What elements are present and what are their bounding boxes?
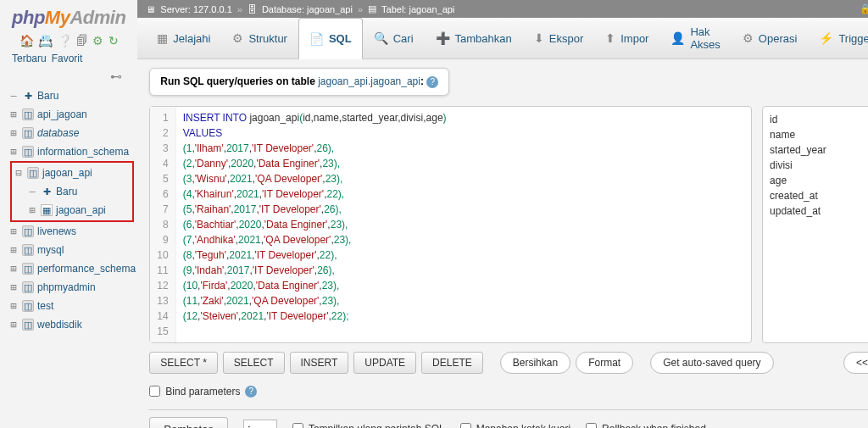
tab-struktur[interactable]: ⚙Struktur: [221, 18, 298, 58]
code-area[interactable]: INSERT INTO jagoan_api(id,name,started_y…: [176, 107, 453, 342]
tab-icon: 👤: [670, 31, 685, 45]
column-id[interactable]: id: [770, 112, 868, 127]
tree-db-performance_schema[interactable]: ⊞◫performance_schema: [7, 259, 137, 278]
select-star-button[interactable]: SELECT *: [149, 352, 217, 374]
collapse-icon[interactable]: ⊷: [0, 69, 137, 86]
tree-new-table[interactable]: —✚Baru: [12, 182, 132, 201]
tree-db-jagoan-api[interactable]: ⊟◫jagoan_api: [12, 164, 132, 182]
rollback-checkbox[interactable]: [586, 423, 597, 428]
tab-icon: ⚡: [819, 31, 833, 45]
tab-trigger[interactable]: ⚡Trigger: [808, 18, 868, 58]
bind-params-label: Bind parameters: [165, 386, 240, 397]
column-created_at[interactable]: created_at: [770, 188, 868, 203]
tab-icon: ⬆: [605, 31, 615, 45]
tab-ekspor[interactable]: ⬇Ekspor: [523, 18, 594, 58]
database-icon: ◫: [22, 225, 34, 237]
autosaved-button[interactable]: Get auto-saved query: [650, 352, 773, 374]
tree-table-jagoan-api[interactable]: ⊞▦jagoan_api: [12, 201, 132, 220]
logo-my: My: [45, 7, 70, 28]
column-name[interactable]: name: [770, 127, 868, 142]
table-icon: ▦: [41, 204, 53, 216]
tab-recent[interactable]: Terbaru: [12, 53, 47, 64]
insert-button[interactable]: INSERT: [290, 352, 349, 374]
tree-db-livenews[interactable]: ⊞◫livenews: [7, 222, 137, 241]
settings-icon[interactable]: ⚙: [92, 34, 103, 47]
tree-db-information_schema[interactable]: ⊞◫information_schema: [7, 142, 137, 161]
main: 🖥 Server: 127.0.0.1 » 🗄 Database: jagoan…: [137, 0, 868, 428]
tab-tambahkan[interactable]: ➕Tambahkan: [425, 18, 523, 58]
database-icon: ◫: [22, 146, 34, 158]
runbox-table-link[interactable]: jagoan_api.jagoan_api: [318, 75, 420, 87]
tree-db-test[interactable]: ⊞◫test: [7, 297, 137, 315]
tab-icon: ⚙: [232, 31, 243, 45]
new-icon: ✚: [41, 186, 53, 197]
button-row: SELECT * SELECT INSERT UPDATE DELETE Ber…: [149, 352, 868, 374]
tab-impor[interactable]: ⬆Impor: [594, 18, 659, 58]
reload-icon[interactable]: ↻: [108, 34, 119, 47]
database-icon: 🗄: [248, 4, 257, 14]
column-list[interactable]: idnamestarted_yeardivisiagecreated_atupd…: [762, 106, 868, 343]
format-button[interactable]: Format: [576, 352, 633, 374]
tab-hak akses[interactable]: 👤Hak Akses: [659, 18, 731, 58]
database-icon: ◫: [22, 127, 34, 139]
line-gutter: 123456789101112131415: [150, 107, 175, 342]
docs-icon[interactable]: ❔: [58, 34, 72, 47]
new-icon: ✚: [22, 90, 34, 102]
sidebar-toolbar: 🏠 📇 ❔ 🗐 ⚙ ↻: [0, 31, 137, 49]
column-started_year[interactable]: started_year: [770, 142, 868, 158]
retain-checkbox[interactable]: [460, 423, 471, 428]
run-sql-header: Run SQL query/queries on table jagoan_ap…: [149, 68, 449, 96]
sidebar: phpMyAdmin 🏠 📇 ❔ 🗐 ⚙ ↻ Terbaru Favorit ⊷…: [0, 0, 137, 428]
show-again-checkbox[interactable]: [292, 423, 303, 428]
home-icon[interactable]: 🏠: [19, 34, 34, 47]
tree-new[interactable]: —✚Baru: [7, 86, 137, 105]
sql-editor[interactable]: 123456789101112131415 INSERT INTO jagoan…: [149, 106, 752, 343]
highlighted-db-group: ⊟◫jagoan_api —✚Baru ⊞▦jagoan_api: [10, 161, 134, 222]
sidebar-tabs: Terbaru Favorit: [0, 49, 137, 69]
database-icon: ◫: [22, 319, 34, 331]
tab-icon: ⚙: [743, 31, 754, 45]
tree-db-phpmyadmin[interactable]: ⊞◫phpmyadmin: [7, 278, 137, 297]
delimiter-tab: Pembatas: [149, 417, 228, 429]
delimiter-input[interactable]: [243, 420, 277, 428]
tab-favorites[interactable]: Favorit: [52, 53, 83, 64]
column-age[interactable]: age: [770, 173, 868, 188]
sep: »: [237, 4, 242, 14]
server-icon: 🖥: [146, 4, 155, 14]
lock-icon[interactable]: 🔒: [860, 3, 868, 14]
delete-button[interactable]: DELETE: [421, 352, 483, 374]
tab-icon: 📄: [309, 32, 324, 46]
crumb-database[interactable]: Database: jagoan_api: [262, 4, 353, 14]
show-again-label: Tampilkan ulang perintah SQL: [309, 423, 445, 429]
sql-icon[interactable]: 🗐: [76, 34, 88, 47]
bind-params-row: Bind parameters ?: [149, 382, 868, 409]
help-icon[interactable]: ?: [245, 386, 257, 397]
db-tree: —✚Baru ⊞◫api_jagoan⊞◫database⊞◫informati…: [0, 86, 137, 428]
tab-operasi[interactable]: ⚙Operasi: [732, 18, 809, 58]
crumb-table[interactable]: Tabel: jagoan_api: [381, 4, 454, 14]
tab-jelajahi[interactable]: ▦Jelajahi: [146, 18, 221, 58]
tab-sql[interactable]: 📄SQL: [298, 18, 363, 59]
help-icon[interactable]: ?: [426, 76, 438, 88]
clear-button[interactable]: Bersihkan: [500, 352, 570, 374]
tree-db-database[interactable]: ⊞◫database: [7, 124, 137, 142]
tree-db-webdisdik[interactable]: ⊞◫webdisdik: [7, 315, 137, 334]
database-icon: ◫: [22, 108, 34, 120]
breadcrumb: 🖥 Server: 127.0.0.1 » 🗄 Database: jagoan…: [137, 0, 868, 18]
update-button[interactable]: UPDATE: [353, 352, 416, 374]
database-icon: ◫: [22, 263, 34, 275]
tree-db-api_jagoan[interactable]: ⊞◫api_jagoan: [7, 105, 137, 124]
logout-icon[interactable]: 📇: [38, 34, 53, 47]
column-divisi[interactable]: divisi: [770, 158, 868, 173]
tree-db-mysql[interactable]: ⊞◫mysql: [7, 241, 137, 259]
tab-cari[interactable]: 🔍Cari: [363, 18, 425, 58]
database-icon: ◫: [22, 300, 34, 312]
column-updated_at[interactable]: updated_at: [770, 203, 868, 219]
retain-label: Menahan kotak kueri: [476, 423, 570, 429]
runbox-prefix: Run SQL query/queries on table: [160, 75, 318, 87]
crumb-server[interactable]: Server: 127.0.0.1: [160, 4, 231, 14]
bind-params-checkbox[interactable]: [149, 386, 160, 397]
collapse-columns-button[interactable]: <<: [843, 352, 868, 374]
database-icon: ◫: [27, 167, 39, 179]
select-button[interactable]: SELECT: [223, 352, 285, 374]
